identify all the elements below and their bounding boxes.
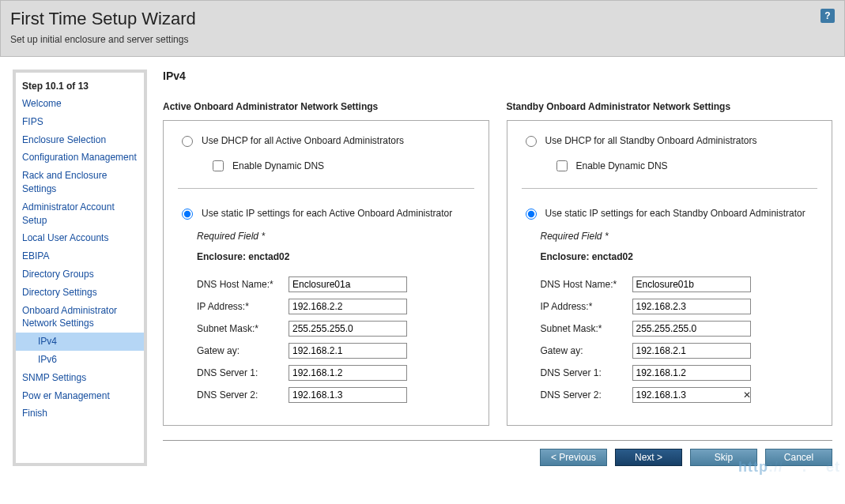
sidebar-item-local-user-accounts[interactable]: Local User Accounts	[16, 229, 144, 247]
sidebar-item-welcome[interactable]: Welcome	[16, 95, 144, 113]
sidebar-item-directory-settings[interactable]: Directory Settings	[16, 284, 144, 302]
sidebar-item-pow-er-management[interactable]: Pow er Management	[16, 387, 144, 405]
sidebar-item-snmp-settings[interactable]: SNMP Settings	[16, 369, 144, 387]
standby-required-note: Required Field *	[522, 231, 818, 242]
standby-gw-label: Gatew ay:	[541, 345, 628, 356]
standby-panel-title: Standby Onboard Administrator Network Se…	[507, 101, 833, 112]
page-title: First Time Setup Wizard	[10, 9, 832, 29]
sidebar-item-enclosure-selection[interactable]: Enclosure Selection	[16, 131, 144, 149]
active-dns1-label: DNS Server 1:	[197, 367, 284, 378]
clear-input-icon[interactable]: ✕	[741, 389, 753, 401]
standby-enclosure-name: Enclosure: enctad02	[522, 251, 818, 262]
sidebar-item-ipv6[interactable]: IPv6	[16, 351, 144, 369]
standby-static-label: Use static IP settings for each Standby …	[545, 208, 805, 219]
standby-dhcp-radio[interactable]	[526, 136, 537, 147]
active-mask-input[interactable]	[289, 321, 407, 337]
active-dhcp-radio[interactable]	[182, 136, 193, 147]
previous-button[interactable]: < Previous	[540, 449, 607, 466]
skip-button[interactable]: Skip	[690, 449, 757, 466]
page-subtitle: Set up initial enclosure and server sett…	[10, 34, 832, 45]
active-mask-label: Subnet Mask:*	[197, 323, 284, 334]
active-panel-title: Active Onboard Administrator Network Set…	[163, 101, 489, 112]
active-dnshost-input[interactable]	[289, 276, 407, 292]
standby-ddns-checkbox[interactable]	[556, 160, 568, 171]
wizard-content: IPv4 Active Onboard Administrator Networ…	[163, 70, 832, 466]
sidebar-item-finish[interactable]: Finish	[16, 404, 144, 423]
cancel-button[interactable]: Cancel	[765, 449, 832, 466]
sidebar-item-configuration-management[interactable]: Configuration Management	[16, 149, 144, 167]
divider	[178, 188, 474, 189]
wizard-header: First Time Setup Wizard Set up initial e…	[0, 0, 845, 57]
section-heading: IPv4	[163, 70, 832, 82]
standby-static-radio[interactable]	[526, 209, 537, 220]
active-ddns-checkbox[interactable]	[213, 160, 224, 171]
standby-dns1-input[interactable]	[632, 365, 751, 381]
sidebar-item-ipv4[interactable]: IPv4	[16, 333, 144, 351]
divider	[522, 188, 818, 189]
next-button[interactable]: Next >	[615, 449, 682, 466]
sidebar-item-onboard-administrator-network-settings[interactable]: Onboard Administrator Network Settings	[16, 302, 144, 333]
standby-oa-section: Standby Onboard Administrator Network Se…	[507, 101, 833, 426]
active-gw-input[interactable]	[289, 343, 407, 359]
standby-dnshost-label: DNS Host Name:*	[541, 279, 628, 290]
wizard-footer: < Previous Next > Skip Cancel	[163, 440, 832, 466]
standby-dns2-label: DNS Server 2:	[541, 389, 628, 401]
standby-dhcp-label: Use DHCP for all Standby Onboard Adminis…	[545, 135, 757, 146]
sidebar-item-administrator-account-setup[interactable]: Administrator Account Setup	[16, 198, 144, 230]
standby-mask-label: Subnet Mask:*	[541, 323, 628, 334]
active-dns1-input[interactable]	[289, 365, 407, 381]
standby-dns1-label: DNS Server 1:	[541, 367, 628, 378]
active-ip-input[interactable]	[289, 299, 407, 314]
active-ddns-label: Enable Dynamic DNS	[232, 160, 324, 171]
active-enclosure-name: Enclosure: enctad02	[178, 251, 474, 262]
active-dnshost-label: DNS Host Name:*	[197, 279, 284, 290]
standby-dnshost-input[interactable]	[632, 276, 751, 292]
sidebar-item-fips[interactable]: FIPS	[16, 113, 144, 131]
sidebar-item-rack-and-enclosure-settings[interactable]: Rack and Enclosure Settings	[16, 167, 144, 198]
standby-ddns-label: Enable Dynamic DNS	[576, 160, 668, 171]
active-ip-label: IP Address:*	[197, 301, 284, 312]
active-gw-label: Gatew ay:	[197, 345, 284, 356]
active-dhcp-label: Use DHCP for all Active Onboard Administ…	[202, 135, 404, 146]
active-dns2-label: DNS Server 2:	[197, 389, 284, 401]
sidebar-item-ebipa[interactable]: EBIPA	[16, 247, 144, 265]
active-static-label: Use static IP settings for each Active O…	[202, 208, 452, 219]
active-oa-section: Active Onboard Administrator Network Set…	[163, 101, 489, 426]
standby-dns2-input[interactable]	[632, 387, 751, 403]
active-dns2-input[interactable]	[289, 387, 407, 403]
wizard-steps-sidebar: Step 10.1 of 13 WelcomeFIPSEnclosure Sel…	[13, 70, 147, 466]
standby-ip-input[interactable]	[632, 299, 751, 314]
step-counter: Step 10.1 of 13	[16, 77, 144, 95]
sidebar-item-directory-groups[interactable]: Directory Groups	[16, 265, 144, 284]
active-required-note: Required Field *	[178, 231, 474, 242]
standby-ip-label: IP Address:*	[541, 301, 628, 312]
standby-gw-input[interactable]	[632, 343, 751, 359]
help-icon[interactable]: ?	[820, 9, 835, 23]
standby-mask-input[interactable]	[632, 321, 751, 337]
active-static-radio[interactable]	[182, 209, 193, 220]
